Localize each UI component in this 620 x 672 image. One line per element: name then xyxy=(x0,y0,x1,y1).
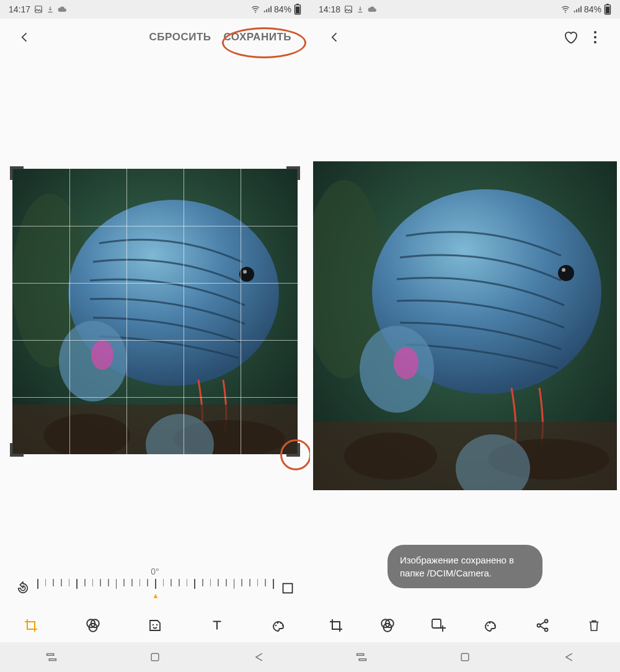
svg-rect-16 xyxy=(283,584,293,593)
wifi-icon xyxy=(250,5,260,14)
svg-point-50 xyxy=(487,624,488,625)
crop-box[interactable] xyxy=(12,169,298,454)
svg-rect-0 xyxy=(35,6,42,13)
viewer-topbar xyxy=(310,19,620,56)
svg-rect-31 xyxy=(606,7,609,14)
nav-home[interactable] xyxy=(446,645,484,670)
tool-draw[interactable] xyxy=(478,612,504,638)
svg-point-1 xyxy=(255,12,256,13)
nav-recents[interactable] xyxy=(343,645,380,670)
back-button[interactable] xyxy=(322,25,347,50)
svg-rect-30 xyxy=(606,4,609,5)
svg-point-20 xyxy=(153,624,154,625)
status-battery: 84% xyxy=(584,4,601,14)
nav-back[interactable] xyxy=(550,645,587,670)
tab-text[interactable] xyxy=(204,612,230,638)
aspect-ratio-button[interactable] xyxy=(281,582,294,594)
viewer-toolbar xyxy=(310,607,620,642)
svg-point-33 xyxy=(594,36,596,38)
status-time: 14:18 xyxy=(319,4,340,14)
editor-screen: 14:17 84% СБРОСИТЬ СОХРАНИТЬ xyxy=(0,0,310,672)
tool-sticker-text[interactable] xyxy=(426,612,452,638)
status-battery: 84% xyxy=(274,4,291,14)
svg-rect-3 xyxy=(296,4,299,5)
crop-handle-tr[interactable] xyxy=(285,166,300,181)
nav-back[interactable] xyxy=(240,645,277,670)
save-button[interactable]: СОХРАНИТЬ xyxy=(218,27,298,47)
status-time: 14:17 xyxy=(9,4,30,14)
rotation-ruler: 0° ▲ xyxy=(0,567,310,607)
svg-point-53 xyxy=(494,624,495,625)
crop-area[interactable] xyxy=(0,56,310,567)
image-icon xyxy=(344,5,353,14)
reset-button[interactable]: СБРОСИТЬ xyxy=(143,27,218,47)
svg-point-21 xyxy=(156,624,157,625)
cloud-icon xyxy=(58,6,68,13)
svg-rect-4 xyxy=(296,7,299,14)
photo-preview xyxy=(12,169,298,454)
svg-rect-57 xyxy=(461,653,469,661)
cloud-icon xyxy=(368,6,378,13)
rotate-ccw-button[interactable] xyxy=(16,581,30,595)
signal-icon xyxy=(263,5,272,14)
tab-filters[interactable] xyxy=(80,612,106,638)
svg-point-34 xyxy=(594,41,596,43)
photo-full[interactable] xyxy=(313,161,617,490)
svg-point-32 xyxy=(594,31,596,34)
status-bar: 14:18 84% xyxy=(310,0,620,19)
editor-topbar: СБРОСИТЬ СОХРАНИТЬ xyxy=(0,19,310,56)
crop-handle-tl[interactable] xyxy=(10,166,25,181)
svg-point-11 xyxy=(91,340,113,370)
crop-handle-bl[interactable] xyxy=(10,442,25,457)
tool-crop[interactable] xyxy=(323,612,349,638)
svg-rect-26 xyxy=(151,653,159,661)
tab-crop[interactable] xyxy=(18,612,44,638)
editor-tabs xyxy=(0,607,310,642)
svg-point-41 xyxy=(394,347,418,379)
tool-filters[interactable] xyxy=(374,612,401,638)
status-bar: 14:17 84% xyxy=(0,0,310,19)
svg-point-52 xyxy=(492,622,493,623)
svg-point-9 xyxy=(243,270,247,274)
svg-point-39 xyxy=(562,268,565,272)
svg-point-51 xyxy=(489,622,490,623)
image-icon xyxy=(34,5,43,14)
back-button[interactable] xyxy=(12,25,37,50)
viewer-screen: 14:18 84% xyxy=(310,0,620,672)
nav-recents[interactable] xyxy=(33,645,70,670)
svg-point-8 xyxy=(239,267,254,282)
nav-home[interactable] xyxy=(136,645,174,670)
rotation-degree: 0° xyxy=(16,567,294,576)
svg-point-24 xyxy=(280,622,281,623)
nav-bar xyxy=(310,642,620,672)
svg-point-25 xyxy=(282,624,283,625)
signal-icon xyxy=(573,5,582,14)
battery-icon xyxy=(604,4,611,15)
download-icon xyxy=(356,5,364,14)
battery-icon xyxy=(294,4,301,15)
svg-rect-27 xyxy=(345,6,352,13)
tab-draw[interactable] xyxy=(266,612,292,638)
wifi-icon xyxy=(560,5,570,14)
svg-point-28 xyxy=(565,12,566,13)
svg-rect-49 xyxy=(432,619,441,628)
tool-delete[interactable] xyxy=(581,612,607,638)
svg-point-43 xyxy=(344,432,437,480)
rotation-slider[interactable]: ▲ xyxy=(37,579,274,598)
rotation-marker: ▲ xyxy=(152,591,159,600)
crop-handle-br[interactable] xyxy=(285,442,300,457)
svg-point-23 xyxy=(277,622,278,623)
svg-point-38 xyxy=(558,265,574,281)
toast-message: Изображение сохранено в папке /DCIM/Came… xyxy=(388,545,542,588)
tool-share[interactable] xyxy=(529,612,556,638)
tab-sticker[interactable] xyxy=(142,612,168,638)
nav-bar xyxy=(0,642,310,672)
download-icon xyxy=(46,5,54,14)
svg-point-22 xyxy=(275,624,277,625)
favorite-button[interactable] xyxy=(558,25,583,50)
menu-button[interactable] xyxy=(583,25,608,50)
